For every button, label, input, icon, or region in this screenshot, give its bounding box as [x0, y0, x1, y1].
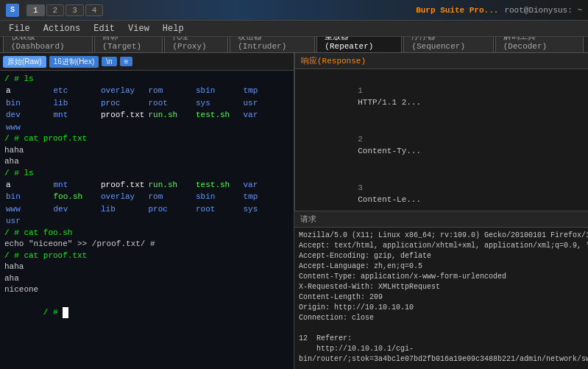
- dir-item: sbin: [194, 85, 242, 97]
- app-icon: S: [6, 4, 19, 17]
- dir-item: rom: [147, 191, 195, 203]
- tab-decoder[interactable]: 解码工具(Decoder): [495, 37, 584, 52]
- dir-item: foo.sh: [52, 191, 100, 203]
- resp-num: 3: [358, 183, 363, 192]
- terminal-output: echo "niceone" >> /proof.txt/ #: [4, 239, 289, 250]
- dir-item: rom: [147, 85, 195, 97]
- prompt: / # cat foo.sh: [4, 228, 72, 237]
- terminal-prompt-line: / #: [4, 295, 289, 329]
- menu-actions[interactable]: Actions: [38, 22, 86, 35]
- dir-item: tmp: [242, 191, 290, 203]
- title-tab-4[interactable]: 4: [85, 4, 104, 16]
- dir-item: a: [4, 85, 52, 97]
- tab-intruder[interactable]: 攻击器(Intruder): [230, 37, 315, 52]
- menu-file[interactable]: File: [3, 22, 36, 35]
- title-tab-3[interactable]: 3: [65, 4, 84, 16]
- dir-item: a: [4, 179, 52, 191]
- resp-text: Content-Ty...: [358, 147, 421, 155]
- dir-item: sbin: [194, 191, 242, 203]
- req-line: [299, 323, 588, 334]
- tab-proxy[interactable]: 代理(Proxy): [164, 37, 228, 52]
- dir-item: dev: [52, 203, 100, 216]
- resp-line: 3 Content-Le...: [300, 169, 584, 211]
- resp-line: 2 Content-Ty...: [300, 121, 584, 169]
- terminal-line: / # ls: [4, 168, 289, 179]
- title-tabs: 1 2 3 4: [26, 4, 103, 16]
- resp-text: HTTP/1.1 2...: [358, 98, 421, 107]
- req-line: [299, 365, 588, 370]
- menu-view[interactable]: View: [122, 22, 155, 35]
- req-line: 12 Referer:: [299, 334, 588, 344]
- dir-item: [99, 122, 147, 134]
- title-tab-1[interactable]: 1: [26, 4, 45, 16]
- dir-listing-1: a etc overlay rom sbin tmp bin lib proc …: [4, 85, 289, 133]
- request-content[interactable]: Mozilla/5.0 (X11; Linux x86_64; rv:109.0…: [294, 228, 588, 370]
- tab-dashboard[interactable]: 仪表板(Dashboard): [3, 37, 93, 52]
- req-line: Content-Type: application/x-www-form-url…: [299, 272, 588, 282]
- dir-item: test.sh: [194, 109, 242, 122]
- dir-item: proc: [147, 203, 195, 216]
- terminal-output: niceone: [4, 284, 289, 295]
- terminal-output: aha: [4, 273, 289, 284]
- format-btn[interactable]: ≡: [120, 57, 133, 66]
- dir-item: root: [147, 97, 195, 110]
- dir-item: overlay: [99, 191, 147, 203]
- prompt: / # cat proof.txt: [4, 251, 87, 260]
- menu-help[interactable]: Help: [157, 22, 190, 35]
- dir-item: [147, 122, 195, 134]
- user-info: root@Dionysus: ~: [504, 6, 582, 15]
- dir-item: test.sh: [194, 179, 242, 191]
- terminal-output: haha: [4, 145, 289, 156]
- terminal-line: / # ls: [4, 74, 289, 85]
- menu-bar: File Actions Edit View Help: [0, 21, 588, 37]
- req-line: Content-Length: 209: [299, 292, 588, 303]
- title-bar-left: S 1 2 3 4: [6, 4, 103, 17]
- dir-item: dev: [4, 109, 52, 122]
- response-content[interactable]: 1 HTTP/1.1 2... 2 Content-Ty... 3 Conten…: [295, 69, 588, 211]
- terminal-output: aha: [4, 156, 289, 167]
- req-line: Mozilla/5.0 (X11; Linux x86_64; rv:109.0…: [299, 231, 588, 241]
- cursor: [63, 307, 68, 318]
- dir-item: www: [4, 122, 52, 134]
- newline-btn[interactable]: \n: [102, 57, 116, 66]
- resp-line: 1 HTTP/1.1 2...: [300, 72, 584, 121]
- dir-item: var: [242, 179, 290, 191]
- prompt: / # cat proof.txt: [4, 134, 87, 143]
- resp-num: 2: [358, 135, 363, 144]
- terminal-toolbar: 原始(Raw) 16进制(Hex) \n ≡: [0, 53, 294, 71]
- req-line: X-Requested-With: XMLHttpRequest: [299, 282, 588, 292]
- request-panel: 请求 Mozilla/5.0 (X11; Linux x86_64; rv:10…: [294, 211, 588, 370]
- right-panel: 响应(Response) 1 HTTP/1.1 2... 2 Content-T…: [294, 53, 588, 369]
- tab-sequencer[interactable]: 序序器(Sequencer): [403, 37, 493, 52]
- tab-repeater[interactable]: 重放器(Repeater): [316, 37, 402, 52]
- terminal-line: / # cat proof.txt: [4, 133, 289, 144]
- title-tab-2[interactable]: 2: [46, 4, 65, 16]
- prompt: / # ls: [4, 169, 34, 178]
- burp-suite-title: Burp Suite Pro...: [416, 6, 498, 15]
- req-line: Accept-Encoding: gzip, deflate: [299, 251, 588, 261]
- main-tabs: 仪表板(Dashboard) 目标(Target) 代理(Proxy) 攻击器(…: [0, 37, 588, 53]
- req-line: Accept: text/html, application/xhtml+xml…: [299, 241, 588, 251]
- response-panel: 响应(Response) 1 HTTP/1.1 2... 2 Content-T…: [294, 53, 588, 211]
- dir-item: root: [194, 203, 242, 216]
- dir-item: tmp: [242, 85, 290, 97]
- raw-btn[interactable]: 原始(Raw): [3, 56, 46, 68]
- terminal-content[interactable]: / # ls a etc overlay rom sbin tmp bin li…: [0, 71, 294, 369]
- dir-item: run.sh: [147, 179, 195, 191]
- hex-btn[interactable]: 16进制(Hex): [49, 56, 99, 68]
- dir-item: bin: [4, 97, 52, 110]
- dir-item: run.sh: [147, 109, 195, 122]
- menu-edit[interactable]: Edit: [88, 22, 121, 35]
- resp-num: 1: [358, 86, 363, 95]
- terminal-panel: 原始(Raw) 16进制(Hex) \n ≡ / # ls a etc over…: [0, 53, 294, 369]
- bottom-panel: 请求 Mozilla/5.0 (X11; Linux x86_64; rv:10…: [294, 211, 588, 370]
- tab-target[interactable]: 目标(Target): [94, 37, 163, 52]
- dir-item: etc: [52, 85, 100, 97]
- req-line: Connection: close: [299, 313, 588, 323]
- title-bar: S 1 2 3 4 Burp Suite Pro... root@Dionysu…: [0, 0, 588, 21]
- dir-listing-2: a mnt proof.txt run.sh test.sh var bin f…: [4, 179, 289, 228]
- dir-item: overlay: [99, 85, 147, 97]
- dir-item: mnt: [52, 109, 100, 122]
- content-area: 原始(Raw) 16进制(Hex) \n ≡ / # ls a etc over…: [0, 53, 588, 369]
- response-label: 响应(Response): [301, 57, 366, 66]
